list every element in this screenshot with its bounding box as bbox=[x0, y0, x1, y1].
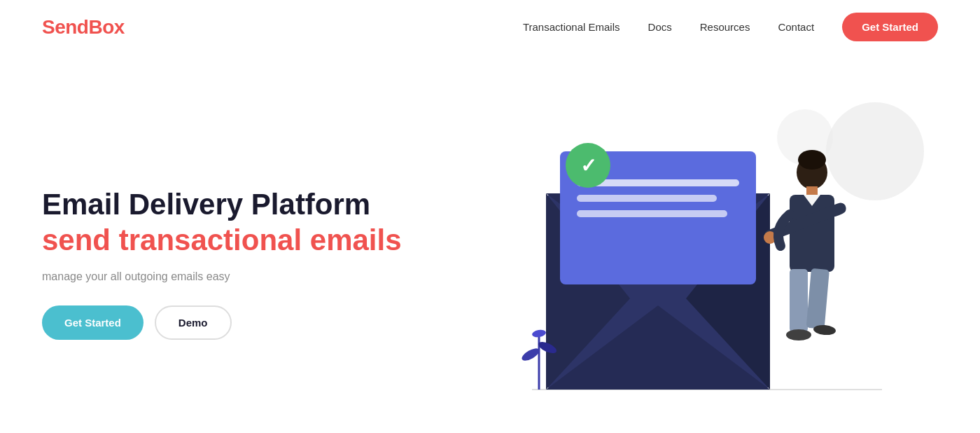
hero-buttons: Get Started Demo bbox=[42, 305, 402, 340]
nav-docs[interactable]: Docs bbox=[648, 21, 672, 33]
svg-point-15 bbox=[531, 329, 546, 338]
hero-section: Email Delivery Platform send transaction… bbox=[0, 54, 980, 433]
hero-demo-button[interactable]: Demo bbox=[155, 305, 232, 340]
svg-rect-23 bbox=[806, 268, 830, 329]
navbar: SendBox Transactional Emails Docs Resour… bbox=[0, 0, 980, 54]
email-illustration-svg: ✓ bbox=[490, 109, 896, 411]
nav-transactional-emails[interactable]: Transactional Emails bbox=[523, 21, 620, 33]
nav-contact[interactable]: Contact bbox=[778, 21, 814, 33]
svg-rect-9 bbox=[577, 210, 727, 217]
svg-rect-18 bbox=[806, 186, 818, 196]
hero-description: manage your all outgoing emails easy bbox=[42, 270, 402, 283]
svg-rect-22 bbox=[790, 269, 808, 332]
svg-text:✓: ✓ bbox=[580, 155, 596, 177]
svg-rect-8 bbox=[577, 195, 717, 202]
hero-title-line1: Email Delivery Platform bbox=[42, 187, 402, 222]
hero-get-started-button[interactable]: Get Started bbox=[42, 305, 144, 340]
svg-point-17 bbox=[798, 150, 826, 170]
logo[interactable]: SendBox bbox=[42, 16, 125, 39]
nav-resources[interactable]: Resources bbox=[700, 21, 750, 33]
svg-rect-19 bbox=[790, 195, 834, 272]
hero-illustration: ✓ bbox=[462, 88, 938, 425]
nav-get-started-button[interactable]: Get Started bbox=[842, 13, 938, 41]
nav-links: Transactional Emails Docs Resources Cont… bbox=[523, 13, 938, 41]
hero-title-line2: send transactional emails bbox=[42, 223, 402, 258]
logo-black: Send bbox=[42, 16, 88, 38]
hero-text-block: Email Delivery Platform send transaction… bbox=[42, 173, 402, 340]
svg-point-24 bbox=[786, 329, 811, 341]
logo-red: Box bbox=[88, 16, 124, 38]
